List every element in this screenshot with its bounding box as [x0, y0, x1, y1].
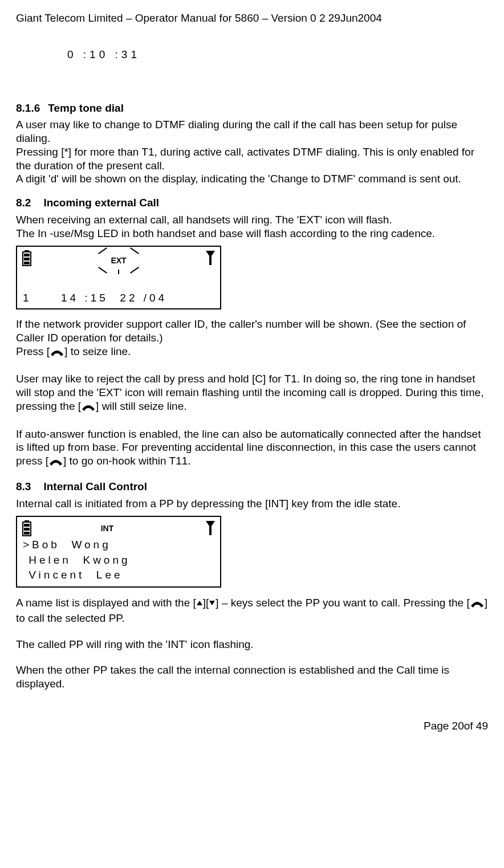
body-text: If auto-answer function is enabled, the …	[16, 427, 488, 470]
battery-icon	[22, 520, 32, 536]
body-text: Pressing [*] for more than T1, during ac…	[16, 145, 488, 173]
ext-label: EXT	[111, 256, 126, 267]
svg-rect-3	[24, 258, 30, 260]
text-fragment: A name list is displayed and with the [	[16, 597, 196, 609]
lcd-status-row: EXT	[22, 250, 216, 276]
svg-rect-11	[209, 526, 212, 535]
talk-icon	[81, 401, 96, 415]
body-text: If the network provider support caller I…	[16, 317, 488, 345]
text-fragment: ][	[203, 597, 209, 609]
page-header: Giant Telecom Limited – Operator Manual …	[16, 11, 488, 25]
svg-rect-9	[24, 528, 30, 531]
lcd-display-int: INT >Bob Wong Helen Kwong Vincent Lee	[16, 516, 221, 588]
text-fragment: ] will still seize line.	[96, 400, 186, 412]
svg-rect-2	[24, 254, 30, 256]
list-item: >Bob Wong	[23, 537, 216, 553]
text-fragment: ] – keys select the PP you want to call.…	[216, 597, 469, 609]
down-arrow-icon	[209, 596, 216, 609]
svg-rect-8	[24, 524, 30, 527]
lcd-name-list: >Bob Wong Helen Kwong Vincent Lee	[22, 537, 216, 583]
body-text: A digit 'd' will be shown on the display…	[16, 172, 488, 186]
int-label: INT	[101, 524, 114, 534]
text-fragment: ] to go on-hook within T11.	[63, 455, 191, 467]
body-text: The In -use/Msg LED in both handset and …	[16, 227, 488, 241]
talk-icon	[50, 347, 64, 360]
heading-8-3: 8.3Internal Call Control	[16, 480, 488, 494]
heading-title: Incoming external Call	[43, 197, 159, 209]
heading-number: 8.2	[16, 196, 31, 210]
body-text: Internal call is initiated from a PP by …	[16, 497, 488, 511]
text-fragment: ] to seize line.	[64, 345, 131, 357]
ext-flash-indicator: EXT	[93, 249, 144, 274]
talk-icon	[48, 456, 63, 470]
lcd-display-ext: EXT 1 14 :15 22 /04	[16, 246, 221, 309]
talk-icon	[470, 598, 485, 612]
up-arrow-icon	[196, 596, 203, 609]
body-text: When the other PP takes the call the int…	[16, 663, 488, 691]
body-text: When receiving an external call, all han…	[16, 213, 488, 227]
svg-rect-10	[24, 532, 30, 535]
svg-rect-5	[209, 256, 212, 265]
signal-icon	[205, 250, 216, 265]
body-text: Press [] to seize line.	[16, 345, 488, 360]
page-footer: Page 20of 49	[16, 719, 488, 733]
timer-display: 0 :10 :31	[67, 48, 488, 62]
lcd-status-row: INT	[22, 520, 216, 537]
heading-8-1-6: 8.1.6Temp tone dial	[16, 101, 488, 115]
body-text: The called PP will ring with the 'INT' i…	[16, 638, 488, 651]
signal-icon	[205, 520, 216, 535]
body-text: A user may like to change to DTMF dialin…	[16, 118, 488, 145]
text-fragment: Press [	[16, 345, 50, 357]
heading-8-2: 8.2Incoming external Call	[16, 196, 488, 210]
heading-number: 8.1.6	[16, 101, 40, 115]
body-text: A name list is displayed and with the []…	[16, 596, 488, 625]
body-text: User may like to reject the call by pres…	[16, 372, 488, 414]
heading-title: Temp tone dial	[48, 102, 124, 114]
heading-title: Internal Call Control	[43, 480, 147, 492]
lcd-info-line: 1 14 :15 22 /04	[22, 290, 216, 305]
heading-number: 8.3	[16, 480, 31, 494]
list-item: Helen Kwong	[23, 553, 216, 568]
battery-icon	[22, 250, 32, 266]
list-item: Vincent Lee	[23, 568, 216, 583]
svg-rect-4	[24, 262, 30, 264]
